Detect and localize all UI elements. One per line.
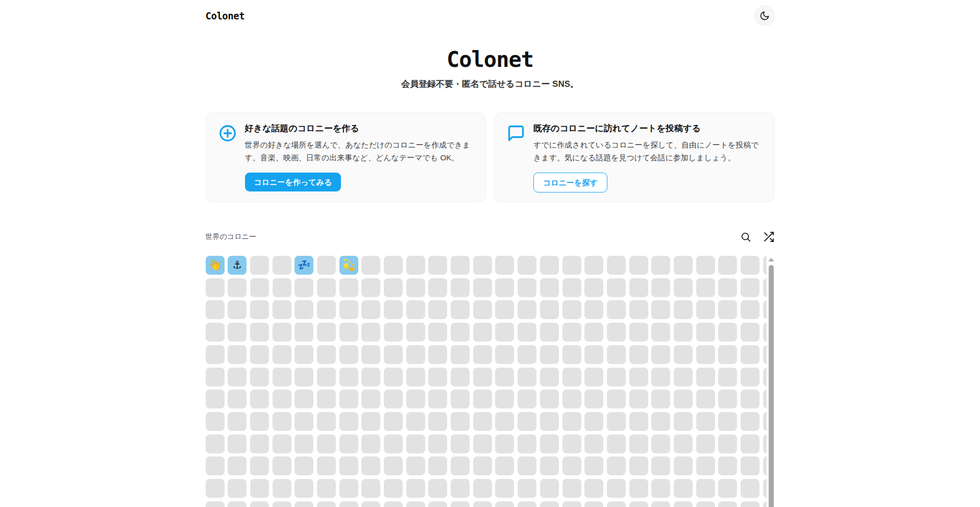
empty-tile[interactable] (763, 390, 767, 408)
empty-tile[interactable] (473, 368, 492, 387)
empty-tile[interactable] (250, 300, 269, 319)
empty-tile[interactable] (228, 368, 247, 387)
empty-tile[interactable] (518, 300, 536, 319)
empty-tile[interactable] (696, 368, 715, 387)
empty-tile[interactable] (540, 300, 559, 319)
empty-tile[interactable] (495, 323, 514, 342)
empty-tile[interactable] (629, 323, 648, 342)
empty-tile[interactable] (406, 345, 425, 364)
empty-tile[interactable] (651, 412, 670, 431)
empty-tile[interactable] (339, 456, 358, 475)
empty-tile[interactable] (206, 434, 225, 453)
empty-tile[interactable] (295, 278, 313, 297)
empty-tile[interactable] (339, 278, 358, 297)
empty-tile[interactable] (384, 501, 403, 507)
empty-tile[interactable] (607, 501, 626, 507)
empty-tile[interactable] (339, 501, 358, 507)
empty-tile[interactable] (518, 434, 536, 453)
empty-tile[interactable] (540, 345, 559, 364)
empty-tile[interactable] (206, 501, 225, 507)
empty-tile[interactable] (451, 368, 470, 387)
empty-tile[interactable] (406, 479, 425, 498)
empty-tile[interactable] (250, 434, 269, 453)
empty-tile[interactable] (696, 278, 715, 297)
empty-tile[interactable] (339, 300, 358, 319)
empty-tile[interactable] (273, 479, 291, 498)
empty-tile[interactable] (228, 323, 247, 342)
empty-tile[interactable] (718, 501, 737, 507)
empty-tile[interactable] (607, 323, 626, 342)
empty-tile[interactable] (273, 456, 291, 475)
empty-tile[interactable] (674, 501, 693, 507)
empty-tile[interactable] (317, 278, 336, 297)
empty-tile[interactable] (228, 345, 247, 364)
empty-tile[interactable] (317, 479, 336, 498)
empty-tile[interactable] (317, 390, 336, 408)
empty-tile[interactable] (361, 434, 380, 453)
empty-tile[interactable] (451, 434, 470, 453)
empty-tile[interactable] (406, 412, 425, 431)
colony-tile-dizzy[interactable]: 💫 (339, 256, 358, 275)
empty-tile[interactable] (317, 256, 336, 275)
empty-tile[interactable] (250, 479, 269, 498)
empty-tile[interactable] (295, 456, 313, 475)
empty-tile[interactable] (295, 479, 313, 498)
empty-tile[interactable] (741, 434, 760, 453)
empty-tile[interactable] (428, 456, 447, 475)
empty-tile[interactable] (741, 256, 760, 275)
empty-tile[interactable] (473, 412, 492, 431)
empty-tile[interactable] (651, 390, 670, 408)
empty-tile[interactable] (451, 256, 470, 275)
theme-toggle-button[interactable] (754, 6, 775, 26)
empty-tile[interactable] (295, 345, 313, 364)
empty-tile[interactable] (273, 368, 291, 387)
empty-tile[interactable] (428, 434, 447, 453)
empty-tile[interactable] (451, 456, 470, 475)
empty-tile[interactable] (674, 323, 693, 342)
empty-tile[interactable] (696, 345, 715, 364)
empty-tile[interactable] (361, 278, 380, 297)
empty-tile[interactable] (518, 368, 536, 387)
empty-tile[interactable] (629, 412, 648, 431)
empty-tile[interactable] (718, 412, 737, 431)
empty-tile[interactable] (428, 412, 447, 431)
empty-tile[interactable] (607, 278, 626, 297)
empty-tile[interactable] (540, 323, 559, 342)
empty-tile[interactable] (384, 368, 403, 387)
grid-scrollbar[interactable] (769, 256, 774, 507)
empty-tile[interactable] (674, 278, 693, 297)
empty-tile[interactable] (540, 256, 559, 275)
empty-tile[interactable] (428, 390, 447, 408)
empty-tile[interactable] (696, 412, 715, 431)
empty-tile[interactable] (696, 256, 715, 275)
empty-tile[interactable] (607, 300, 626, 319)
empty-tile[interactable] (384, 390, 403, 408)
empty-tile[interactable] (495, 456, 514, 475)
empty-tile[interactable] (206, 323, 225, 342)
empty-tile[interactable] (540, 278, 559, 297)
empty-tile[interactable] (584, 256, 603, 275)
empty-tile[interactable] (250, 278, 269, 297)
empty-tile[interactable] (584, 300, 603, 319)
empty-tile[interactable] (317, 345, 336, 364)
empty-tile[interactable] (384, 412, 403, 431)
empty-tile[interactable] (741, 390, 760, 408)
empty-tile[interactable] (206, 390, 225, 408)
empty-tile[interactable] (273, 345, 291, 364)
empty-tile[interactable] (607, 412, 626, 431)
empty-tile[interactable] (250, 456, 269, 475)
empty-tile[interactable] (696, 434, 715, 453)
search-button[interactable] (740, 231, 751, 243)
shuffle-button[interactable] (763, 231, 775, 243)
empty-tile[interactable] (629, 501, 648, 507)
empty-tile[interactable] (473, 256, 492, 275)
empty-tile[interactable] (763, 278, 767, 297)
empty-tile[interactable] (696, 323, 715, 342)
empty-tile[interactable] (495, 256, 514, 275)
empty-tile[interactable] (495, 412, 514, 431)
empty-tile[interactable] (562, 345, 581, 364)
empty-tile[interactable] (339, 345, 358, 364)
empty-tile[interactable] (651, 368, 670, 387)
empty-tile[interactable] (518, 479, 536, 498)
empty-tile[interactable] (428, 368, 447, 387)
